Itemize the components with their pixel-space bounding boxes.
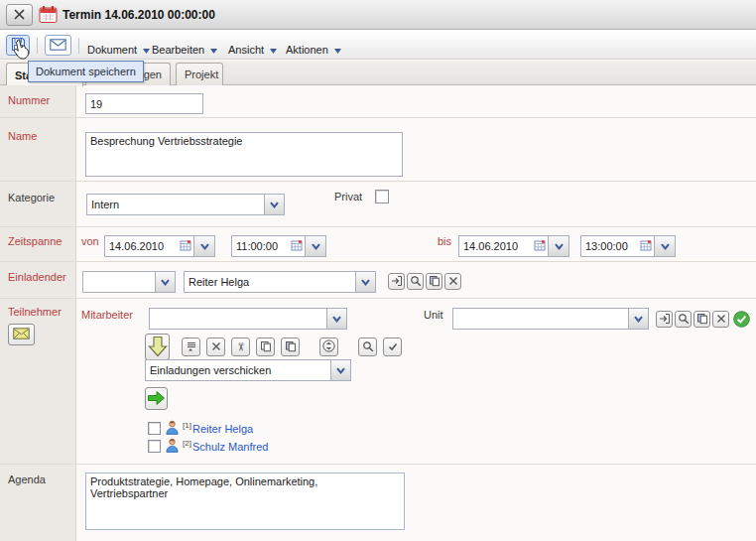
agenda-label: Agenda bbox=[8, 473, 46, 485]
send-mail-button[interactable] bbox=[45, 35, 71, 56]
search-icon bbox=[678, 313, 690, 327]
privat-checkbox[interactable] bbox=[375, 190, 389, 203]
select-all-button[interactable] bbox=[383, 338, 402, 356]
participant-1-link[interactable]: Reiter Helga bbox=[192, 423, 253, 435]
name-textarea[interactable]: Besprechung Vertriebsstrategie bbox=[85, 132, 403, 177]
search-participant-button[interactable] bbox=[358, 338, 377, 356]
chevron-down-icon[interactable] bbox=[330, 360, 350, 380]
cut-button[interactable]: ✂ bbox=[231, 338, 250, 356]
search-icon bbox=[362, 340, 374, 354]
cursor-hand-icon bbox=[10, 39, 31, 65]
chevron-down-icon[interactable] bbox=[264, 195, 284, 214]
paste-icon bbox=[429, 275, 441, 289]
big-down-arrow-icon bbox=[148, 336, 168, 359]
chevron-down-icon bbox=[143, 44, 150, 56]
window-title: Termin 14.06.2010 00:00:00 bbox=[63, 8, 215, 22]
nummer-input[interactable] bbox=[85, 93, 203, 114]
participant-1-checkbox[interactable] bbox=[148, 422, 161, 435]
chevron-down-icon[interactable] bbox=[326, 309, 346, 329]
save-tooltip: Dokument speichern bbox=[28, 61, 144, 82]
person-icon bbox=[165, 438, 180, 455]
search-icon bbox=[410, 275, 422, 289]
toolbar-separator bbox=[78, 38, 79, 54]
kategorie-select[interactable]: Intern bbox=[86, 194, 285, 215]
confirmed-check-icon bbox=[733, 311, 750, 330]
mitarbeiter-label: Mitarbeiter bbox=[81, 309, 133, 321]
close-button[interactable] bbox=[6, 4, 33, 26]
einladender-person-select[interactable]: Reiter Helga bbox=[184, 271, 376, 293]
von-zeit-field[interactable]: 11:00:00 bbox=[231, 235, 326, 257]
menu-dokument[interactable]: Dokument bbox=[87, 41, 150, 59]
paste-icon bbox=[696, 313, 708, 327]
x-icon bbox=[210, 340, 222, 354]
chevron-down-icon[interactable] bbox=[355, 272, 375, 292]
sort-button[interactable] bbox=[319, 338, 338, 356]
von-datum-field[interactable]: 14.06.2010 bbox=[104, 235, 215, 257]
einladender-clear-button[interactable] bbox=[444, 273, 461, 290]
menu-ansicht[interactable]: Ansicht bbox=[228, 41, 277, 59]
x-icon bbox=[715, 313, 727, 327]
toolbar-separator bbox=[37, 38, 38, 54]
copy-button[interactable] bbox=[256, 338, 275, 356]
paste-icon bbox=[285, 340, 297, 354]
appointment-window: Termin 14.06.2010 00:00:00 Dokument Bear… bbox=[0, 0, 756, 541]
tab-projekt[interactable]: Projekt bbox=[176, 63, 223, 85]
close-icon bbox=[13, 8, 26, 23]
aktion-select[interactable]: Einladungen verschicken bbox=[145, 359, 351, 381]
einladender-paste-button[interactable] bbox=[426, 273, 442, 290]
menu-bearbeiten[interactable]: Bearbeiten bbox=[152, 41, 217, 59]
time-picker-icon[interactable] bbox=[291, 239, 303, 253]
bis-label: bis bbox=[438, 235, 451, 247]
date-picker-icon[interactable] bbox=[534, 239, 546, 253]
unit-goto-button[interactable] bbox=[656, 311, 673, 328]
chevron-down-icon[interactable] bbox=[655, 235, 676, 257]
von-label: von bbox=[81, 235, 99, 247]
agenda-textarea[interactable]: Produktstrategie, Homepage, Onlinemarket… bbox=[85, 473, 405, 530]
copy-icon bbox=[260, 340, 272, 354]
chevron-down-icon bbox=[270, 44, 277, 56]
move-top-button[interactable] bbox=[182, 338, 200, 356]
participant-1-index: [1] bbox=[183, 421, 191, 430]
goto-icon bbox=[391, 275, 403, 289]
bis-zeit-field[interactable]: 13:00:00 bbox=[580, 235, 676, 257]
remove-button[interactable] bbox=[206, 338, 225, 356]
kategorie-label: Kategorie bbox=[8, 192, 55, 203]
participant-2-checkbox[interactable] bbox=[148, 440, 161, 453]
unit-search-button[interactable] bbox=[675, 311, 692, 328]
chevron-down-icon bbox=[334, 44, 341, 56]
zeitspanne-label: Zeitspanne bbox=[8, 235, 62, 247]
chevron-down-icon[interactable] bbox=[549, 235, 569, 257]
participant-2-link[interactable]: Schulz Manfred bbox=[192, 441, 268, 453]
date-picker-icon[interactable] bbox=[180, 239, 191, 253]
teilnehmer-mail-button[interactable] bbox=[8, 324, 35, 345]
add-participant-button[interactable] bbox=[145, 334, 170, 360]
envelope-icon bbox=[50, 39, 66, 53]
paste-button[interactable] bbox=[281, 338, 300, 356]
einladender-goto-button[interactable] bbox=[388, 273, 405, 290]
bis-datum-field[interactable]: 14.06.2010 bbox=[458, 235, 569, 257]
einladender-search-button[interactable] bbox=[407, 273, 424, 290]
unit-paste-button[interactable] bbox=[693, 311, 710, 328]
time-picker-icon[interactable] bbox=[640, 239, 652, 253]
check-icon bbox=[387, 340, 399, 354]
einladender-label: Einladender bbox=[8, 271, 66, 283]
goto-icon bbox=[659, 313, 671, 327]
chevron-down-icon bbox=[210, 44, 217, 56]
list-top-icon bbox=[186, 340, 197, 354]
menu-aktionen[interactable]: Aktionen bbox=[286, 41, 341, 59]
execute-action-button[interactable] bbox=[145, 387, 168, 410]
chevron-down-icon[interactable] bbox=[155, 272, 175, 292]
chevron-down-icon[interactable] bbox=[306, 235, 326, 257]
unit-clear-button[interactable] bbox=[712, 311, 729, 328]
mitarbeiter-select[interactable] bbox=[149, 308, 347, 330]
chevron-down-icon[interactable] bbox=[194, 235, 215, 257]
chevron-down-icon[interactable] bbox=[628, 309, 648, 329]
person-icon bbox=[165, 420, 180, 437]
einladender-prefix-select[interactable] bbox=[82, 271, 176, 293]
x-icon bbox=[447, 275, 459, 289]
calendar-icon bbox=[39, 5, 58, 26]
sort-icon bbox=[322, 339, 335, 354]
unit-select[interactable] bbox=[452, 308, 649, 330]
participant-2-index: [2] bbox=[183, 439, 191, 448]
name-label: Name bbox=[8, 130, 37, 142]
